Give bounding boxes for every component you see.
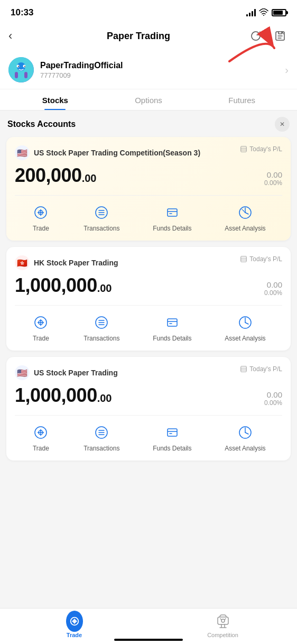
competition-nav-icon	[215, 613, 231, 630]
svg-rect-31	[241, 366, 247, 372]
section-header: Stocks Accounts ✕	[6, 117, 291, 132]
trade-nav-icon	[66, 613, 83, 630]
card-actions: Trade Transactions Funds Details Asset A…	[15, 195, 282, 232]
pl-label-hk: Today's P/L	[240, 255, 282, 263]
balance-amount-hk: 1,000,000	[15, 274, 97, 296]
action-label-transactions: Transactions	[83, 225, 119, 232]
svg-rect-45	[218, 617, 228, 624]
profile-chevron[interactable]: ›	[285, 64, 289, 76]
battery-icon	[272, 9, 286, 16]
card-header-hk: 🇭🇰 HK Stock Paper Trading Today's P/L	[15, 255, 282, 270]
pl-values-hk: 0.00 0.00%	[264, 280, 282, 297]
card-header-us: 🇺🇸 US Stock Paper Trading Today's P/L	[15, 365, 282, 380]
card-title-us: US Stock Paper Trading	[34, 368, 118, 378]
pl-percent-us: 0.00%	[264, 399, 282, 407]
pl-percent-hk: 0.00%	[264, 289, 282, 297]
action-label-transactions-hk: Transactions	[83, 335, 119, 342]
analysis-icon	[236, 203, 255, 222]
avatar	[8, 57, 34, 82]
card-header: 🇺🇸 US Stock Paper Trading Competition(Se…	[15, 145, 282, 160]
balance-cents: .00	[82, 172, 97, 184]
card-title: US Stock Paper Trading Competition(Seaso…	[34, 148, 200, 158]
balance-amount: 200,000	[15, 164, 82, 186]
action-label-transactions-us: Transactions	[83, 445, 119, 452]
action-label-trade-us: Trade	[33, 445, 49, 452]
pl-values: 0.00 0.00%	[264, 170, 282, 187]
flag-us2: 🇺🇸	[15, 365, 30, 380]
action-funds-hk[interactable]: Funds Details	[153, 313, 191, 342]
trade-nav-label: Trade	[67, 632, 82, 638]
action-trade[interactable]: Trade	[31, 203, 50, 232]
collapse-button[interactable]: ✕	[275, 117, 290, 132]
balance-amount-us: 1,000,000	[15, 384, 97, 406]
nav-bar: ‹ Paper Trading	[0, 23, 297, 51]
competition-nav-label: Competition	[207, 632, 238, 638]
svg-point-9	[24, 66, 25, 67]
funds-icon-hk	[163, 313, 182, 332]
analysis-icon-hk	[236, 313, 255, 332]
main-content: Stocks Accounts ✕ 🇺🇸 US Stock Paper Trad…	[0, 111, 297, 509]
nav-title: Paper Trading	[107, 31, 170, 42]
card-actions-hk: Trade Transactions Funds Details Asset A…	[15, 305, 282, 342]
action-analysis-us[interactable]: Asset Analysis	[225, 423, 265, 452]
nav-actions	[247, 27, 289, 44]
tab-options[interactable]: Options	[102, 89, 196, 110]
action-label-analysis-us: Asset Analysis	[225, 445, 265, 452]
svg-rect-17	[168, 209, 177, 216]
svg-point-8	[18, 66, 19, 67]
profile-info: PaperTradingOfficial 77777009	[40, 61, 285, 79]
action-funds-us[interactable]: Funds Details	[153, 423, 191, 452]
transactions-icon-us	[92, 423, 111, 442]
action-trade-us[interactable]: Trade	[31, 423, 50, 452]
section-title: Stocks Accounts	[7, 119, 76, 129]
action-funds[interactable]: Funds Details	[153, 203, 191, 232]
transactions-icon-hk	[92, 313, 111, 332]
tab-stocks[interactable]: Stocks	[8, 89, 102, 110]
action-transactions[interactable]: Transactions	[83, 203, 119, 232]
svg-rect-11	[241, 146, 247, 152]
action-label-trade-hk: Trade	[33, 335, 49, 342]
card-balance-hk: 1,000,000.00 0.00 0.00%	[15, 274, 282, 297]
action-label-trade: Trade	[33, 225, 49, 232]
pl-percent: 0.00%	[264, 179, 282, 187]
svg-rect-27	[168, 319, 177, 326]
account-card-us-competition: 🇺🇸 US Stock Paper Trading Competition(Se…	[6, 137, 291, 241]
action-transactions-us[interactable]: Transactions	[83, 423, 119, 452]
svg-point-0	[263, 15, 264, 16]
pl-amount: 0.00	[264, 170, 282, 179]
action-label-analysis-hk: Asset Analysis	[225, 335, 265, 342]
action-label-funds-us: Funds Details	[153, 445, 191, 452]
action-transactions-hk[interactable]: Transactions	[83, 313, 119, 342]
svg-rect-21	[241, 256, 247, 262]
pl-label-us: Today's P/L	[240, 365, 282, 373]
share-button[interactable]	[272, 27, 289, 44]
signal-icon	[246, 9, 256, 16]
profile-id: 77777009	[40, 71, 285, 79]
tab-bar: Stocks Options Futures	[0, 89, 297, 111]
balance-cents-hk: .00	[97, 282, 112, 294]
profile-name: PaperTradingOfficial	[40, 61, 285, 70]
tab-futures[interactable]: Futures	[195, 89, 289, 110]
pl-label: Today's P/L	[240, 145, 282, 153]
status-icons	[246, 8, 286, 17]
trade-icon-us	[31, 423, 50, 442]
card-balance-us: 1,000,000.00 0.00 0.00%	[15, 384, 282, 407]
back-button[interactable]: ‹	[8, 29, 30, 43]
refresh-button[interactable]	[247, 27, 264, 44]
action-analysis[interactable]: Asset Analysis	[225, 203, 265, 232]
card-actions-us: Trade Transactions Funds Details Asset A…	[15, 415, 282, 452]
account-card-us: 🇺🇸 US Stock Paper Trading Today's P/L 1,…	[6, 357, 291, 461]
action-label-funds-hk: Funds Details	[153, 335, 191, 342]
funds-icon-us	[163, 423, 182, 442]
action-analysis-hk[interactable]: Asset Analysis	[225, 313, 265, 342]
trade-icon-hk	[31, 313, 50, 332]
action-label-funds: Funds Details	[153, 225, 191, 232]
wifi-icon	[259, 8, 268, 17]
card-balance: 200,000.00 0.00 0.00%	[15, 164, 282, 187]
balance-cents-us: .00	[97, 392, 112, 404]
pl-amount-us: 0.00	[264, 390, 282, 399]
action-trade-hk[interactable]: Trade	[31, 313, 50, 342]
flag-hk: 🇭🇰	[15, 255, 30, 270]
svg-point-46	[221, 619, 225, 622]
pl-values-us: 0.00 0.00%	[264, 390, 282, 407]
